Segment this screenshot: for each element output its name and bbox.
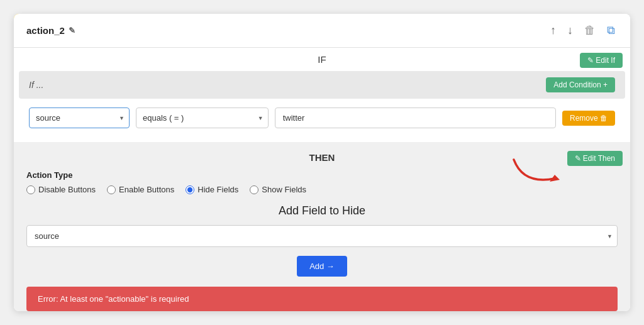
- edit-action-name-icon[interactable]: ✎: [69, 26, 75, 35]
- add-field-title: Add Field to Hide: [26, 204, 618, 218]
- edit-if-button[interactable]: ✎ Edit If: [580, 53, 623, 68]
- radio-disable-buttons-label: Disable Buttons: [38, 185, 96, 194]
- condition-bar: If ... Add Condition +: [19, 71, 625, 99]
- delete-action-button[interactable]: 🗑: [582, 21, 598, 40]
- then-section-title: THEN: [26, 152, 618, 170]
- if-section: IF ✎ Edit If If ... Add Condition + sour…: [14, 48, 630, 137]
- radio-enable-buttons-input[interactable]: [107, 185, 116, 194]
- copy-action-button[interactable]: ⧉: [604, 21, 618, 40]
- condition-operator-select[interactable]: equals ( = ): [136, 107, 269, 128]
- radio-show-fields-label: Show Fields: [262, 185, 306, 194]
- action-header: action_2 ✎ ↑ ↓ 🗑 ⧉: [14, 14, 630, 48]
- radio-hide-fields-label: Hide Fields: [197, 185, 238, 194]
- operator-select-wrapper: equals ( = ): [136, 107, 269, 128]
- radio-show-fields-input[interactable]: [250, 185, 258, 194]
- radio-disable-buttons-input[interactable]: [26, 185, 35, 194]
- condition-field-select[interactable]: source: [29, 107, 130, 128]
- action-name-label: action_2: [26, 25, 65, 36]
- radio-enable-buttons-label: Enable Buttons: [119, 185, 174, 194]
- radio-enable-buttons[interactable]: Enable Buttons: [107, 185, 174, 194]
- radio-show-fields[interactable]: Show Fields: [250, 185, 306, 194]
- then-section: THEN ✎ Edit Then Action Type Disable But…: [14, 142, 630, 311]
- action-type-label: Action Type: [26, 170, 618, 180]
- move-down-button[interactable]: ↓: [565, 21, 575, 40]
- add-condition-button[interactable]: Add Condition +: [546, 77, 615, 92]
- remove-condition-button[interactable]: Remove 🗑: [562, 111, 615, 126]
- if-section-title: IF: [14, 48, 630, 71]
- action-title: action_2 ✎: [26, 25, 75, 36]
- condition-row: source equals ( = ) Remove 🗑: [19, 99, 625, 137]
- field-to-hide-wrapper: source: [26, 225, 618, 247]
- add-field-button[interactable]: Add →: [297, 256, 347, 277]
- field-to-hide-select[interactable]: source: [26, 225, 618, 247]
- field-select-wrapper: source: [29, 107, 130, 128]
- radio-hide-fields[interactable]: Hide Fields: [186, 185, 238, 194]
- radio-disable-buttons[interactable]: Disable Buttons: [26, 185, 96, 194]
- condition-value-input[interactable]: [275, 107, 556, 128]
- field-select-row: source: [26, 225, 618, 247]
- move-up-button[interactable]: ↑: [548, 21, 558, 40]
- edit-then-button[interactable]: ✎ Edit Then: [567, 151, 623, 166]
- error-bar: Error: At least one "actionable" is requ…: [26, 287, 618, 311]
- add-btn-row: Add →: [26, 256, 618, 277]
- header-actions: ↑ ↓ 🗑 ⧉: [548, 21, 618, 40]
- condition-bar-label: If ...: [29, 80, 43, 90]
- radio-group: Disable Buttons Enable Buttons Hide Fiel…: [26, 185, 618, 194]
- radio-hide-fields-input[interactable]: [186, 185, 194, 194]
